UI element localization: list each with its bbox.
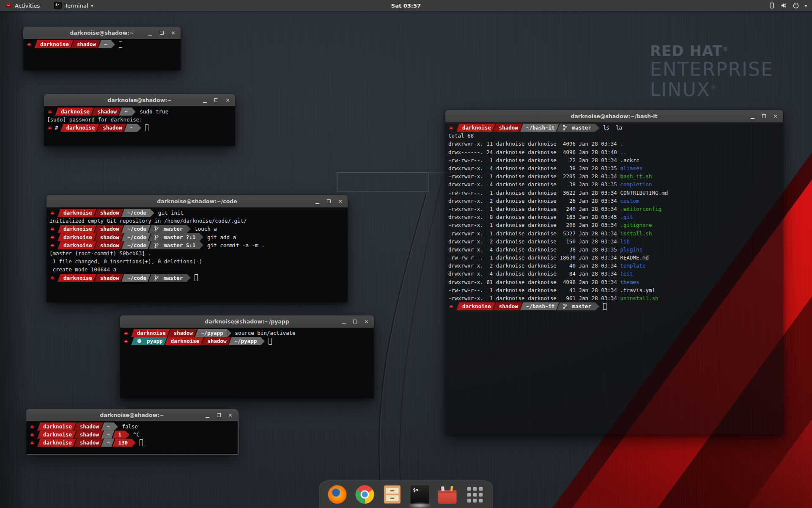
prompt-segment-path: ~: [98, 40, 112, 48]
output-line: drwxrwxr-x. 4 darknoise darknoise 38 Jan…: [448, 246, 783, 254]
prompt-segment-path: ~/code: [121, 274, 151, 282]
output-line: -rw-rw-r--. 1 darknoise darknoise 22 Jan…: [448, 156, 783, 164]
minimize-button[interactable]: [341, 319, 346, 324]
prompt-segment-user: darknoise: [58, 241, 96, 249]
prompt-line: #darknoiseshadow~: [47, 124, 235, 132]
close-button[interactable]: ✕: [364, 319, 369, 324]
close-button[interactable]: ✕: [170, 30, 176, 36]
chrome-icon: [356, 485, 374, 504]
output-text: drwxrwxr-x. 61 darknoise darknoise 4096 …: [448, 279, 620, 285]
output-text: ..: [620, 149, 626, 155]
window-titlebar[interactable]: darknoise@shadow:~✕: [26, 409, 238, 422]
window-titlebar[interactable]: darknoise@shadow:~✕: [44, 94, 235, 107]
prompt-arrow: [151, 209, 154, 217]
terminal-content[interactable]: darknoiseshadow~falsedarknoiseshadow~1^C…: [26, 421, 238, 454]
dock-item-terminal[interactable]: $>: [410, 484, 430, 505]
prompt-arrow: [200, 241, 203, 249]
activities-button[interactable]: Activities: [0, 0, 45, 11]
prompt-segment-user: darknoise: [58, 209, 96, 217]
window-titlebar[interactable]: darknoise@shadow:~/code✕: [47, 195, 348, 208]
prompt-segment-path: ~: [124, 124, 137, 132]
output-line: drwxrwxr-x. 2 darknoise darknoise 40 Jan…: [448, 262, 783, 270]
terminal-window-pyapp[interactable]: darknoise@shadow:~/pyapp✕darknoiseshadow…: [120, 315, 374, 398]
prompt-arrow: [595, 303, 599, 310]
maximize-button[interactable]: [159, 30, 165, 36]
window-titlebar[interactable]: darknoise@shadow:~/bash-it✕: [445, 110, 783, 123]
terminal-window-home-b[interactable]: darknoise@shadow:~✕darknoiseshadow~false…: [26, 409, 238, 454]
window-title: darknoise@shadow:~/code: [47, 198, 348, 204]
output-line: drwxrwxr-x. 11 darknoise darknoise 4096 …: [448, 140, 783, 148]
dock-item-app-grid[interactable]: [465, 484, 485, 505]
prompt-segment-git: master: [557, 124, 595, 132]
output-text: .editorconfig: [620, 206, 661, 212]
output-text: drwxrwxr-x. 2 darknoise darknoise 26 Jan…: [448, 198, 620, 204]
maximize-button[interactable]: [216, 412, 222, 418]
app-menu-terminal[interactable]: $> Terminal ▾: [50, 0, 97, 11]
prompt-line: darknoiseshadow~: [26, 40, 181, 48]
prompt-arrow: [595, 124, 599, 132]
close-button[interactable]: ✕: [228, 412, 233, 418]
terminal-window-sudo[interactable]: darknoise@shadow:~✕darknoiseshadow~sudo …: [44, 94, 235, 146]
redhat-logo-icon: [5, 2, 12, 9]
redhat-prompt-icon: [47, 126, 52, 130]
terminal-window-code[interactable]: darknoise@shadow:~/code✕darknoiseshadow~…: [47, 195, 348, 302]
prompt-segment-git: master: [148, 274, 187, 282]
terminal-cursor: [269, 338, 272, 345]
minimize-button[interactable]: [202, 97, 208, 103]
terminal-cursor: [145, 124, 148, 131]
minimize-button[interactable]: [148, 30, 153, 36]
terminal-content[interactable]: darknoiseshadow~sudo true[sudo] password…: [44, 106, 235, 146]
close-button[interactable]: ✕: [773, 113, 778, 119]
minimize-button[interactable]: [205, 412, 210, 418]
prompt-arrow: [114, 423, 118, 431]
terminal-content[interactable]: darknoiseshadow~/pyappsource bin/activat…: [120, 328, 374, 398]
terminal-window-bash-it[interactable]: darknoise@shadow:~/bash-it✕darknoiseshad…: [445, 110, 783, 434]
branch-icon: [154, 243, 161, 248]
dock-item-toolbox[interactable]: [437, 484, 458, 505]
terminal-content[interactable]: darknoiseshadow~/codegit initInitialized…: [47, 207, 348, 302]
prompt-line: pyappdarknoiseshadow~/pyapp: [123, 337, 374, 345]
maximize-button[interactable]: [326, 199, 332, 204]
terminal-content[interactable]: darknoiseshadow~/bash-itmasterls -latota…: [445, 122, 783, 434]
output-text: test: [620, 271, 633, 277]
minimize-button[interactable]: [750, 113, 755, 119]
output-line: drwx------. 24 darknoise darknoise 4096 …: [448, 148, 783, 156]
output-line: -rw-rw-r--. 1 darknoise darknoise 41 Jan…: [448, 286, 783, 294]
output-text: themes: [620, 279, 639, 285]
window-titlebar[interactable]: darknoise@shadow:~✕: [23, 27, 181, 39]
prompt-segment-path: ~/code: [121, 233, 151, 241]
dock-item-firefox[interactable]: [327, 484, 348, 505]
maximize-button[interactable]: [761, 113, 767, 119]
output-text: .: [620, 141, 623, 147]
maximize-button[interactable]: [214, 97, 219, 103]
close-button[interactable]: ✕: [337, 199, 343, 204]
terminal-window-home-a[interactable]: darknoise@shadow:~✕darknoiseshadow~: [23, 27, 181, 70]
window-buttons: ✕: [315, 199, 348, 204]
minimize-button[interactable]: [315, 199, 320, 204]
dock-item-files[interactable]: [382, 484, 403, 505]
battery-icon: [768, 2, 775, 9]
terminal-app-icon: $>: [54, 2, 62, 9]
redhat-prompt-icon: [50, 276, 55, 280]
output-text: -rwxrwxr-x. 1 darknoise darknoise 206 Ja…: [448, 222, 620, 228]
prompt-segment-user: darknoise: [37, 422, 76, 431]
dock: $>: [319, 480, 493, 508]
close-button[interactable]: ✕: [225, 97, 230, 103]
window-buttons: ✕: [205, 412, 238, 418]
clock[interactable]: Sat 03:57: [391, 3, 421, 9]
prompt-segment-host: shadow: [94, 209, 123, 217]
output-text: aliases: [620, 165, 642, 171]
prompt-arrow: [137, 124, 141, 132]
window-titlebar[interactable]: darknoise@shadow:~/pyapp✕: [120, 315, 374, 328]
system-status-area[interactable]: ▾: [768, 0, 812, 11]
prompt-segment-path: ~/bash-it: [520, 302, 559, 310]
output-line: -rw-rw-r--. 1 darknoise darknoise 18630 …: [448, 254, 783, 262]
app-grid-icon: [467, 487, 483, 502]
output-text: [master (root-commit) 50bcb63] .: [49, 250, 151, 257]
prompt-segment-host: shadow: [74, 422, 103, 431]
maximize-button[interactable]: [352, 319, 358, 324]
prompt-segment-user: darknoise: [58, 274, 96, 282]
terminal-content[interactable]: darknoiseshadow~: [23, 39, 181, 70]
dock-item-chrome[interactable]: [355, 484, 375, 505]
output-text: .ackrc: [620, 157, 639, 163]
